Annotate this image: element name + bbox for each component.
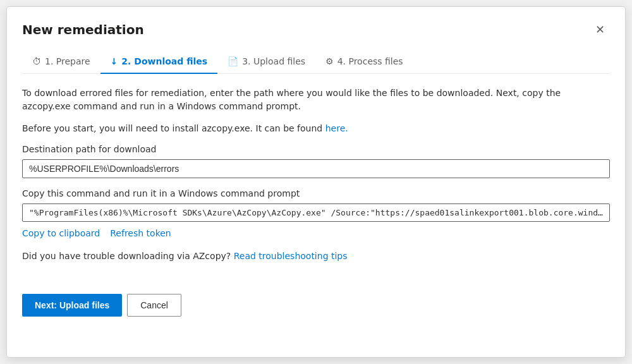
command-label: Copy this command and run it in a Window… <box>22 188 610 198</box>
tab-prepare-label: 1. Prepare <box>45 56 90 66</box>
description-1: To download errored files for remediatio… <box>22 87 610 113</box>
tab-upload-label: 3. Upload files <box>242 56 305 66</box>
tab-bar: ⏱ 1. Prepare ↓ 2. Download files 📄 3. Up… <box>22 50 610 74</box>
process-icon: ⚙ <box>325 56 334 66</box>
close-button[interactable]: ✕ <box>590 20 610 40</box>
upload-icon: 📄 <box>228 56 238 66</box>
tab-download-label: 2. Download files <box>121 56 207 66</box>
copy-to-clipboard-link[interactable]: Copy to clipboard <box>22 228 100 238</box>
description-2-text: Before you start, you will need to insta… <box>22 123 325 133</box>
tab-process[interactable]: ⚙ 4. Process files <box>315 50 413 74</box>
tab-process-label: 4. Process files <box>337 56 403 66</box>
download-icon: ↓ <box>111 56 118 66</box>
here-link[interactable]: here. <box>325 123 348 133</box>
new-remediation-dialog: New remediation ✕ ⏱ 1. Prepare ↓ 2. Down… <box>6 6 626 358</box>
dialog-header: New remediation ✕ <box>22 20 610 40</box>
dialog-footer: Next: Upload files Cancel <box>22 294 610 317</box>
trouble-static-text: Did you have trouble downloading via AZc… <box>22 251 231 261</box>
dialog-title: New remediation <box>22 22 144 37</box>
cancel-button[interactable]: Cancel <box>127 294 181 317</box>
close-icon: ✕ <box>595 23 605 37</box>
tab-download[interactable]: ↓ 2. Download files <box>100 50 218 74</box>
prepare-icon: ⏱ <box>32 56 41 66</box>
trouble-text: Did you have trouble downloading via AZc… <box>22 251 610 261</box>
tab-prepare[interactable]: ⏱ 1. Prepare <box>22 50 100 74</box>
description-2: Before you start, you will need to insta… <box>22 122 610 135</box>
tab-upload[interactable]: 📄 3. Upload files <box>217 50 315 74</box>
destination-label: Destination path for download <box>22 144 610 154</box>
troubleshoot-link[interactable]: Read troubleshooting tips <box>234 251 348 261</box>
action-links: Copy to clipboard Refresh token <box>22 228 610 238</box>
next-upload-button[interactable]: Next: Upload files <box>22 294 122 317</box>
dialog-content: To download errored files for remediatio… <box>22 87 610 289</box>
refresh-token-link[interactable]: Refresh token <box>110 228 171 238</box>
destination-input[interactable] <box>22 159 610 178</box>
command-box: "%ProgramFiles(x86)%\Microsoft SDKs\Azur… <box>22 203 610 222</box>
